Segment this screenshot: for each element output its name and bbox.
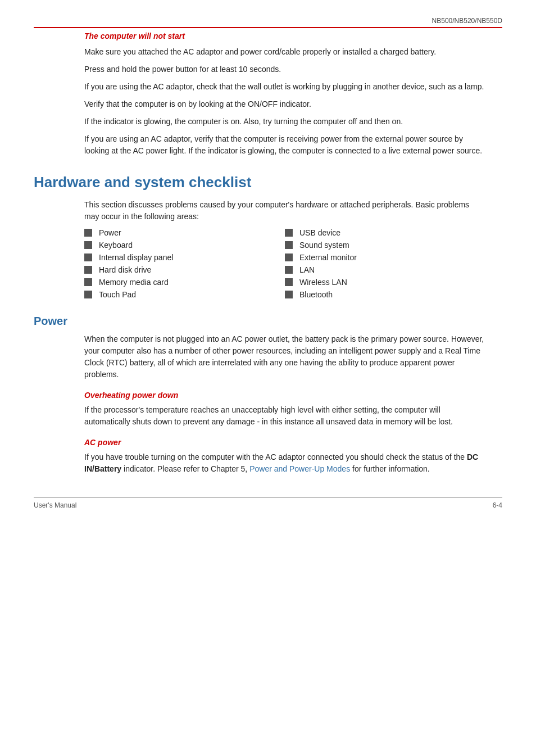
list-item-label: Power	[99, 228, 121, 237]
checklist-right: USB deviceSound systemExternal monitorLA…	[285, 228, 485, 302]
list-item: Wireless LAN	[285, 278, 485, 287]
list-item-label: Wireless LAN	[299, 278, 347, 287]
para-3: If you are using the AC adaptor, check t…	[84, 81, 485, 93]
ac-power-after: for further information.	[350, 464, 430, 473]
list-item: Sound system	[285, 241, 485, 250]
footer-left: User's Manual	[34, 501, 76, 509]
footer-rule	[34, 497, 502, 498]
list-item-label: Internal display panel	[99, 253, 173, 262]
bullet-icon	[84, 229, 92, 237]
list-item: Touch Pad	[84, 290, 285, 299]
bullet-icon	[285, 253, 293, 261]
list-item: Keyboard	[84, 241, 285, 250]
bullet-icon	[285, 229, 293, 237]
overheating-text: If the processor's temperature reaches a…	[84, 404, 485, 428]
hardware-section-title: Hardware and system checklist	[34, 174, 502, 191]
list-item-label: Bluetooth	[299, 290, 333, 299]
computer-wont-start-title: The computer will not start	[34, 31, 502, 40]
para-4: Verify that the computer is on by lookin…	[84, 98, 485, 110]
bullet-icon	[84, 266, 92, 274]
ac-power-text: If you have trouble turning on the compu…	[84, 451, 485, 475]
list-item-label: Keyboard	[99, 241, 133, 250]
para-1: Make sure you attached the AC adaptor an…	[84, 46, 485, 58]
para-6: If you are using an AC adaptor, verify t…	[84, 133, 485, 157]
bullet-icon	[84, 253, 92, 261]
checklist-container: PowerKeyboardInternal display panelHard …	[84, 228, 485, 302]
list-item: LAN	[285, 265, 485, 274]
ac-power-title: AC power	[34, 438, 502, 447]
bullet-icon	[84, 241, 92, 249]
hardware-intro: This section discusses problems caused b…	[84, 199, 485, 223]
model-label: NB500/NB520/NB550D	[432, 17, 502, 25]
top-rule	[34, 27, 502, 28]
list-item: Memory media card	[84, 278, 285, 287]
bullet-icon	[84, 278, 92, 286]
list-item: Hard disk drive	[84, 265, 285, 274]
page: NB500/NB520/NB550D The computer will not…	[0, 0, 536, 756]
list-item: Power	[84, 228, 285, 237]
list-item-label: Touch Pad	[99, 290, 136, 299]
ac-power-before: If you have trouble turning on the compu…	[84, 452, 467, 461]
list-item: External monitor	[285, 253, 485, 262]
bullet-icon	[84, 291, 92, 298]
checklist-left: PowerKeyboardInternal display panelHard …	[84, 228, 285, 302]
page-header: NB500/NB520/NB550D	[34, 17, 502, 25]
bullet-icon	[285, 266, 293, 274]
bullet-icon	[285, 278, 293, 286]
power-intro: When the computer is not plugged into an…	[84, 333, 485, 381]
page-footer: User's Manual 6-4	[34, 501, 502, 509]
list-item: Bluetooth	[285, 290, 485, 299]
power-section-title: Power	[34, 315, 502, 328]
list-item-label: LAN	[299, 265, 315, 274]
para-5: If the indicator is glowing, the compute…	[84, 116, 485, 128]
list-item: Internal display panel	[84, 253, 285, 262]
bullet-icon	[285, 291, 293, 298]
overheating-title: Overheating power down	[34, 391, 502, 400]
list-item: USB device	[285, 228, 485, 237]
list-item-label: Memory media card	[99, 278, 169, 287]
ac-power-middle: indicator. Please refer to Chapter 5,	[121, 464, 249, 473]
list-item-label: External monitor	[299, 253, 357, 262]
footer-right: 6-4	[493, 501, 502, 509]
bullet-icon	[285, 241, 293, 249]
para-2: Press and hold the power button for at l…	[84, 64, 485, 75]
list-item-label: Sound system	[299, 241, 349, 250]
power-modes-link[interactable]: Power and Power-Up Modes	[249, 464, 350, 473]
list-item-label: USB device	[299, 228, 340, 237]
list-item-label: Hard disk drive	[99, 265, 151, 274]
